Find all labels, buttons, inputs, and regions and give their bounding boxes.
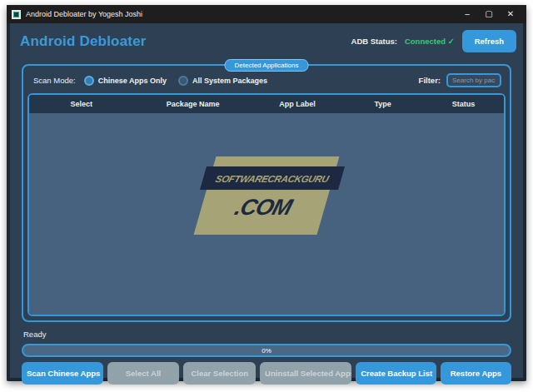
app-icon (12, 10, 21, 19)
radio-label: All System Packages (192, 77, 267, 85)
applications-table: Select Package Name App Label Type Statu… (27, 93, 506, 316)
adb-status-label: ADB Status: (351, 37, 397, 46)
column-type[interactable]: Type (342, 100, 423, 108)
softwarecrackguru-watermark: SOFTWARECRACKGURU .COM (205, 156, 328, 235)
radio-selected-icon[interactable] (84, 76, 94, 86)
adb-status-value: Connected ✓ (405, 37, 455, 46)
scan-mode-options: Chinese Apps Only All System Packages (84, 76, 267, 86)
search-input[interactable] (446, 73, 501, 87)
header-right: ADB Status: Connected ✓ Refresh (351, 30, 516, 52)
progress-value: 0% (262, 347, 271, 355)
column-select[interactable]: Select (29, 100, 133, 108)
watermark-text-top: SOFTWARECRACKGURU (214, 174, 330, 184)
scan-mode-label: Scan Mode: (33, 76, 76, 85)
refresh-button[interactable]: Refresh (462, 30, 516, 52)
minimize-button[interactable]: – (456, 5, 478, 23)
detected-applications-panel: Detected Applications Scan Mode: Chinese… (22, 64, 511, 322)
maximize-button[interactable]: ▢ (478, 5, 500, 23)
scan-chinese-apps-button[interactable]: Scan Chinese Apps (22, 362, 103, 385)
radio-chinese-apps-only[interactable]: Chinese Apps Only (84, 76, 167, 86)
restore-apps-button[interactable]: Restore Apps (441, 362, 511, 385)
progress-bar: 0% (22, 344, 511, 357)
title-bar: Android Debloater by Yogesh Joshi – ▢ ✕ (7, 5, 526, 23)
header: Android Debloater ADB Status: Connected … (10, 23, 523, 56)
watermark-logo-shape: SOFTWARECRACKGURU .COM (194, 156, 340, 235)
close-button[interactable]: ✕ (500, 5, 521, 23)
window-controls: – ▢ ✕ (456, 5, 521, 23)
action-buttons-row: Scan Chinese Apps Select All Clear Selec… (22, 362, 511, 385)
radio-unselected-icon[interactable] (178, 76, 188, 86)
app-window: Android Debloater by Yogesh Joshi – ▢ ✕ … (7, 5, 526, 381)
table-header-row: Select Package Name App Label Type Statu… (29, 95, 504, 113)
watermark-text-bottom: .COM (197, 195, 328, 221)
column-status[interactable]: Status (423, 100, 504, 108)
radio-all-system-packages[interactable]: All System Packages (178, 76, 267, 86)
watermark-band: SOFTWARECRACKGURU (200, 166, 345, 190)
create-backup-list-button[interactable]: Create Backup List (356, 362, 436, 385)
table-body: SOFTWARECRACKGURU .COM (29, 113, 504, 315)
filter-group: Filter: (419, 73, 501, 87)
column-package-name[interactable]: Package Name (133, 100, 252, 108)
tab-detected-applications[interactable]: Detected Applications (225, 59, 309, 72)
radio-label: Chinese Apps Only (98, 77, 167, 85)
filter-label: Filter: (419, 76, 441, 85)
uninstall-selected-apps-button[interactable]: Uninstall Selected Apps (260, 362, 351, 385)
column-app-label[interactable]: App Label (252, 100, 342, 108)
status-message: Ready (10, 322, 523, 343)
window-title: Android Debloater by Yogesh Joshi (26, 10, 142, 18)
page-title: Android Debloater (20, 33, 147, 50)
clear-selection-button[interactable]: Clear Selection (183, 362, 256, 385)
select-all-button[interactable]: Select All (107, 362, 180, 385)
